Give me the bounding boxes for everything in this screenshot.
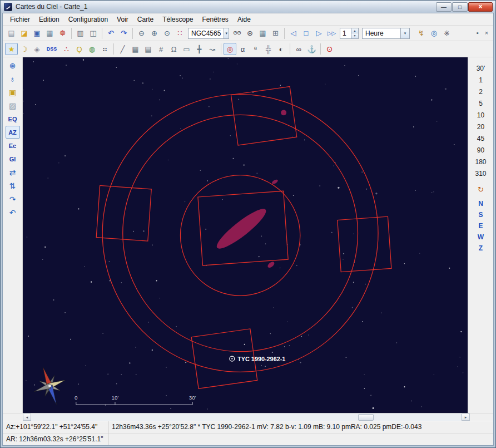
chart-position-icon[interactable]: ⊛ — [6, 59, 20, 72]
chevron-down-icon[interactable]: ▼ — [400, 28, 409, 38]
multi-window-icon[interactable]: ◫ — [87, 27, 100, 40]
title-bar[interactable]: Cartes du Ciel - Carte_1 — □ × — [1, 1, 495, 13]
open-picture-icon[interactable]: ▣ — [6, 86, 20, 99]
object-list-icon[interactable]: ▦ — [256, 27, 269, 40]
spin-down-icon[interactable]: ▼ — [351, 33, 358, 38]
mark-center-icon[interactable]: ∷ — [173, 27, 186, 40]
rotate-field-icon[interactable]: ↻ — [475, 184, 487, 195]
menu-fichier[interactable]: Fichier — [6, 14, 34, 25]
direction-e-button[interactable]: E — [470, 220, 492, 232]
direction-z-button[interactable]: Z — [470, 243, 492, 254]
coord-gl-button[interactable]: Gl — [6, 152, 20, 165]
fov-preset-button[interactable]: 20 — [470, 121, 492, 132]
limiting-magnitude-icon[interactable]: Ϙ — [73, 43, 86, 55]
fov-preset-button[interactable]: 180 — [470, 156, 492, 168]
coord-ec-button[interactable]: Ec — [6, 139, 20, 152]
fov-preset-button[interactable]: 30' — [470, 62, 492, 74]
copy-icon[interactable]: ▥ — [74, 27, 87, 40]
scroll-right-button[interactable]: ▸ — [462, 413, 470, 421]
refresh-chart-icon[interactable]: ↯ — [415, 27, 428, 40]
galaxy-ellipse[interactable] — [281, 110, 286, 115]
sky-chart-canvas[interactable]: 010'30'TYC 1990-2962-1 — [23, 57, 468, 413]
galaxy-ellipse[interactable] — [267, 260, 276, 269]
search-icon[interactable]: ʘʘ — [231, 27, 244, 40]
print-icon[interactable]: ▦ — [43, 27, 56, 40]
spin-up-icon[interactable]: ▲ — [351, 28, 358, 34]
direction-w-button[interactable]: W — [470, 232, 492, 243]
zoom-reset-icon[interactable]: ⊙ — [161, 27, 173, 40]
show-milkyway-icon[interactable]: ⠶ — [98, 43, 111, 55]
frame-outline-icon[interactable]: ▭ — [180, 43, 193, 55]
time-forward-icon[interactable]: ▷ — [313, 27, 325, 40]
pan-mode-icon[interactable]: ╋ — [193, 43, 206, 55]
show-planets-icon[interactable]: ☽ — [18, 43, 31, 55]
fov-preset-button[interactable]: 5 — [470, 97, 492, 109]
menu-fenetres[interactable]: Fenêtres — [198, 14, 233, 25]
coord-grid-icon[interactable]: ▦ — [129, 43, 142, 55]
chevron-down-icon[interactable]: ▼ — [224, 28, 229, 38]
star-colors-icon[interactable]: ∴ — [60, 43, 73, 55]
menu-telescope[interactable]: Télescope — [158, 14, 197, 25]
menu-carte[interactable]: Carte — [133, 14, 158, 25]
mirror-vertical-icon[interactable]: ⇅ — [6, 179, 20, 192]
redo-icon[interactable]: ↷ — [117, 27, 130, 40]
scroll-left-button[interactable]: ◂ — [23, 413, 31, 421]
menu-voir[interactable]: Voir — [112, 14, 133, 25]
minimize-button[interactable]: — — [436, 2, 452, 12]
config-icon[interactable]: ☸ — [56, 27, 69, 40]
horizontal-scrollbar[interactable]: ◂ ▸ — [3, 413, 493, 421]
dss-image-button[interactable]: DSS — [43, 43, 60, 55]
direction-n-button[interactable]: N — [470, 198, 492, 209]
galaxy-ellipse[interactable] — [213, 204, 270, 254]
show-labels-icon[interactable]: ◈ — [31, 43, 43, 55]
coord-az-button[interactable]: AZ — [6, 126, 20, 139]
rotate-cw-icon[interactable]: ↷ — [6, 193, 20, 205]
fov-preset-button[interactable]: 1 — [470, 74, 492, 86]
show-stars-icon[interactable]: ★ — [5, 43, 18, 55]
advanced-search-icon[interactable]: ⊛ — [244, 27, 256, 40]
toolbar-pin-icon[interactable]: ▪ — [473, 29, 482, 38]
time-fast-forward-icon[interactable]: ▷▷ — [325, 27, 338, 40]
show-nebulae-icon[interactable]: ◍ — [86, 43, 98, 55]
time-back-icon[interactable]: ◁ — [287, 27, 300, 40]
night-vision-icon[interactable]: ◐ — [275, 43, 287, 55]
new-chart-icon[interactable]: ▤ — [5, 27, 18, 40]
scrollbar-thumb[interactable] — [358, 414, 374, 421]
proper-name-icon[interactable]: ª — [249, 43, 262, 55]
time-unit-combo[interactable]: Heure ▼ — [362, 28, 410, 39]
compass-icon[interactable]: ╬ — [262, 43, 275, 55]
globe-icon[interactable]: ♁ — [6, 72, 20, 85]
rotate-ccw-icon[interactable]: ↶ — [6, 206, 20, 219]
chain-link-icon[interactable]: ∞ — [292, 43, 305, 55]
alt-grid-icon[interactable]: ▤ — [142, 43, 155, 55]
calendar-icon[interactable]: ⊞ — [269, 27, 282, 40]
sky-chart[interactable]: 010'30'TYC 1990-2962-1 — [23, 57, 468, 413]
fov-preset-button[interactable]: 10 — [470, 109, 492, 121]
fov-preset-button[interactable]: 310 — [470, 168, 492, 179]
toolbar-close-icon[interactable]: × — [482, 29, 491, 38]
zoom-out-icon[interactable]: ⊖ — [135, 27, 148, 40]
scrollbar-track[interactable] — [31, 413, 462, 421]
direction-s-button[interactable]: S — [470, 209, 492, 220]
telescope-goto-icon[interactable]: ※ — [440, 27, 453, 40]
coord-eq-button[interactable]: EQ — [6, 112, 20, 125]
save-icon[interactable]: ▣ — [31, 27, 43, 40]
tracking-icon[interactable]: ↝ — [206, 43, 219, 55]
galaxy-ellipse[interactable] — [271, 179, 279, 185]
menu-configuration[interactable]: Configuration — [64, 14, 112, 25]
finder-circle-icon[interactable]: ◎ — [224, 43, 236, 55]
red-marker-icon[interactable]: ʘ — [323, 43, 336, 55]
menu-edition[interactable]: Edition — [34, 14, 64, 25]
menu-aide[interactable]: Aide — [233, 14, 255, 25]
greek-label-icon[interactable]: α — [236, 43, 249, 55]
time-step-spinner[interactable]: 1 ▲ ▼ — [340, 28, 359, 39]
fov-frame-icon[interactable]: # — [155, 43, 167, 55]
object-search-combo[interactable]: NGC4565 ▼ — [188, 28, 229, 39]
undo-icon[interactable]: ↶ — [105, 27, 117, 40]
fov-preset-button[interactable]: 45 — [470, 132, 492, 144]
close-button[interactable]: × — [468, 2, 493, 12]
anchor-icon[interactable]: ⚓ — [305, 43, 318, 55]
open-chart-icon[interactable]: ◪ — [18, 27, 31, 40]
zoom-in-icon[interactable]: ⊕ — [148, 27, 161, 40]
mark-position-icon[interactable]: Ω — [167, 43, 180, 55]
